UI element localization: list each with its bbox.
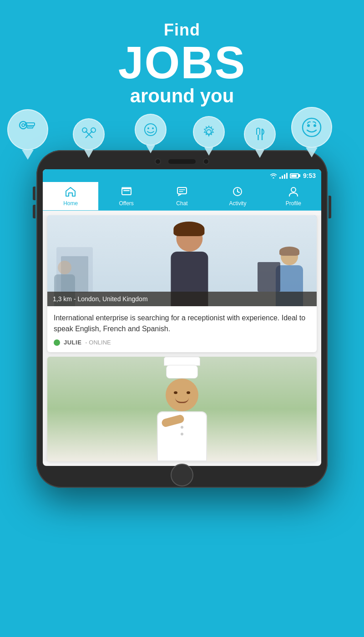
svg-point-11 <box>152 127 154 129</box>
home-icon <box>65 187 76 198</box>
nav-label-offers: Offers <box>119 200 133 207</box>
job-card-1[interactable]: 1,3 km - London, United Kingdom Internat… <box>47 215 317 352</box>
svg-point-17 <box>303 118 321 136</box>
content-area: 1,3 km - London, United Kingdom Internat… <box>43 215 321 461</box>
pin-bubble-face <box>135 114 167 146</box>
job-description: International enterprise is searching fo… <box>47 306 317 339</box>
recruiter-status: - ONLINE <box>85 339 111 346</box>
offers-icon <box>121 187 132 198</box>
profile-icon <box>288 187 299 198</box>
svg-rect-4 <box>27 127 33 128</box>
svg-point-10 <box>147 127 149 129</box>
nav-item-activity[interactable]: Activity <box>210 182 265 210</box>
chat-icon <box>177 187 187 198</box>
online-indicator <box>54 339 60 346</box>
nav-item-offers[interactable]: Offers <box>98 182 154 210</box>
header-section: Find JOBS around you <box>0 0 364 107</box>
pin-tail <box>306 147 318 157</box>
svg-rect-24 <box>177 187 187 194</box>
recruiter-row: JULIE - ONLINE <box>47 339 317 352</box>
volume-up-button <box>33 187 35 200</box>
pin-bubble-scissors <box>73 118 105 150</box>
pin-bubble-gear <box>193 116 225 148</box>
nav-item-chat[interactable]: Chat <box>154 182 210 210</box>
nav-label-home: Home <box>63 200 78 207</box>
phone-outer: 9:53 Home <box>36 150 328 488</box>
pins-container <box>0 105 364 177</box>
location-tag: 1,3 km - London, United Kingdom <box>47 292 317 306</box>
pin-bubble-tools <box>7 109 48 150</box>
pin-bubble-fork <box>244 118 276 150</box>
job-card-2[interactable] <box>47 357 317 461</box>
volume-down-button <box>33 205 35 218</box>
pin-6 <box>291 107 332 157</box>
phone-screen: 9:53 Home <box>43 169 321 466</box>
recruiter-name: JULIE <box>64 339 81 346</box>
pin-tail <box>146 145 155 153</box>
pin-tail <box>22 150 34 160</box>
svg-point-12 <box>207 130 211 134</box>
pin-tail <box>84 150 93 158</box>
nav-item-home[interactable]: Home <box>43 182 98 210</box>
pin-2 <box>73 118 105 158</box>
svg-rect-21 <box>123 190 130 191</box>
jobs-label: JOBS <box>0 40 364 85</box>
nav-label-chat: Chat <box>176 200 187 207</box>
nav-label-activity: Activity <box>229 200 246 207</box>
pin-3 <box>135 114 167 153</box>
pin-1 <box>7 109 48 160</box>
pin-tail <box>255 150 264 158</box>
svg-line-29 <box>238 192 239 192</box>
phone-mockup: 9:53 Home <box>36 150 328 488</box>
around-label: around you <box>0 85 364 107</box>
bottom-nav: Home Offers <box>43 182 321 211</box>
activity-icon <box>232 187 243 198</box>
location-text: 1,3 km - London, United Kingdom <box>53 295 148 303</box>
svg-rect-20 <box>122 188 131 195</box>
job-image-1: 1,3 km - London, United Kingdom <box>47 215 317 306</box>
phone-bottom <box>43 466 321 480</box>
pin-tail <box>204 147 213 156</box>
pin-5 <box>244 118 276 158</box>
svg-point-18 <box>307 124 310 127</box>
nav-item-profile[interactable]: Profile <box>266 182 321 210</box>
svg-point-9 <box>145 124 157 136</box>
pin-4 <box>193 116 225 156</box>
chef-image <box>47 357 317 461</box>
svg-point-1 <box>22 124 25 126</box>
pin-bubble-face-large <box>291 107 332 148</box>
nav-label-profile: Profile <box>286 200 301 207</box>
power-button <box>329 196 331 218</box>
home-button[interactable] <box>171 464 193 486</box>
svg-point-19 <box>313 124 316 127</box>
svg-point-30 <box>291 187 296 192</box>
